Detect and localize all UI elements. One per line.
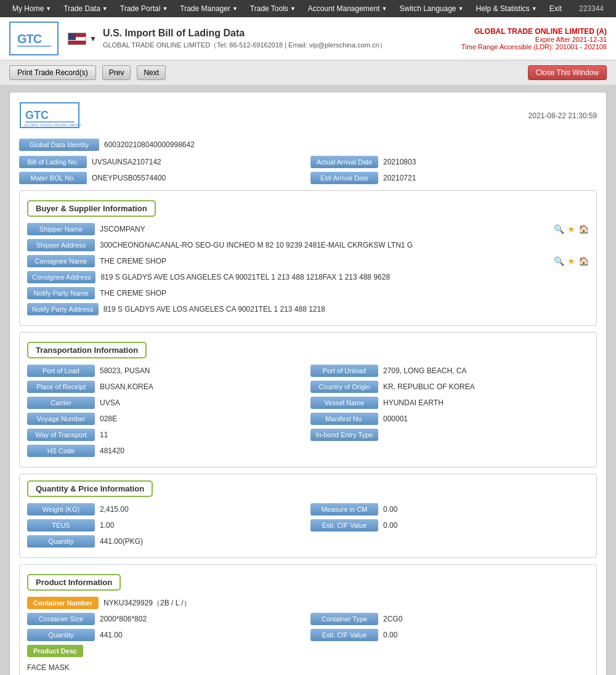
star-icon[interactable]: ★ — [567, 224, 575, 234]
star-icon[interactable]: ★ — [567, 256, 575, 266]
nav-trade-data[interactable]: Trade Data ▼ — [57, 0, 114, 17]
nav-trade-portal[interactable]: Trade Portal ▼ — [114, 0, 174, 17]
container-size-value: 2000*806*802 — [100, 615, 306, 623]
product-quantity-label: Quantity — [27, 629, 95, 641]
product-desc-label: Product Desc — [27, 645, 83, 657]
product-qty-cif-row: Quantity 441.00 Esti. CIF Value 0.00 — [27, 629, 589, 641]
esti-cif-value: 0.00 — [383, 521, 589, 530]
notify-party-name-row: Notify Party Name THE CREME SHOP — [27, 287, 589, 299]
bol-arrival-row: Bill of Lading No. UVSAUNSA2107142 Actua… — [19, 156, 597, 168]
chevron-icon: ▼ — [102, 0, 108, 17]
product-section: Product Information Container Number NYK… — [19, 564, 597, 675]
voyage-number-label: Voyage Number — [27, 413, 95, 425]
esti-cif-field: Esti. CIF Value 0.00 — [310, 519, 589, 532]
container-size-label: Container Size — [27, 613, 95, 625]
voyage-number-value: 028E — [100, 414, 306, 423]
chevron-icon: ▼ — [290, 0, 296, 17]
notify-party-address-row: Notify Party Address 819 S GLADYS AVE LO… — [27, 303, 589, 315]
nav-help-statistics[interactable]: Help & Statistics ▼ — [469, 0, 543, 17]
mater-bol-label: Mater BOL No. — [19, 172, 87, 184]
nav-switch-language[interactable]: Switch Language ▼ — [393, 0, 469, 17]
search-icon[interactable]: 🔍 — [554, 224, 564, 234]
port-of-load-value: 58023, PUSAN — [100, 366, 306, 375]
company-info-right: GLOBAL TRADE ONLINE LIMITED (A) Expire A… — [461, 27, 607, 51]
buyer-supplier-header: Buyer & Supplier Information — [27, 200, 156, 217]
record-card: GTC GLOBAL TRADE ONLINE LIMITED 2021-08-… — [9, 92, 607, 675]
shipper-name-value: JSCOMPANY — [100, 225, 549, 233]
nav-trade-manager[interactable]: Trade Manager ▼ — [174, 0, 244, 17]
product-quantity-value: 441.00 — [100, 631, 306, 639]
hs-code-label: HS Code — [27, 445, 95, 457]
vessel-name-value: HYUNDAI EARTH — [383, 398, 589, 407]
time-range: Time Range Accessible (LDR): 201001 - 20… — [461, 43, 607, 51]
main-content: GTC GLOBAL TRADE ONLINE LIMITED 2021-08-… — [0, 86, 616, 675]
carrier-value: UVSA — [100, 398, 306, 407]
global-data-identity-label: Global Data Identity — [19, 139, 99, 151]
nav-my-home[interactable]: My Home ▼ — [6, 0, 57, 17]
chevron-icon: ▼ — [382, 0, 387, 17]
quantity-row: Quantity 441.00(PKG) — [27, 535, 589, 548]
shipper-name-row: Shipper Name JSCOMPANY 🔍 ★ 🏠 — [27, 223, 589, 235]
place-of-receipt-value: BUSAN,KOREA — [100, 382, 306, 391]
shipper-icons: 🔍 ★ 🏠 — [554, 224, 589, 234]
port-of-unload-label: Port of Unload — [310, 365, 378, 377]
nav-trade-tools[interactable]: Trade Tools ▼ — [244, 0, 302, 17]
manifest-no-label: Manifest No. — [310, 413, 378, 425]
quantity-label: Quantity — [27, 535, 95, 548]
carrier-vessel-row: Carrier UVSA Vessel Name HYUNDAI EARTH — [27, 397, 589, 409]
close-button-top[interactable]: Close This Window — [528, 65, 607, 80]
mater-bol-value: ONEYPUSB05574400 — [92, 174, 306, 182]
quantity-value: 441.00(PKG) — [100, 537, 589, 546]
in-bond-entry-type-field: In-bond Entry Type — [310, 429, 589, 441]
record-timestamp: 2021-08-22 21:30:59 — [529, 111, 597, 120]
manifest-no-field: Manifest No. 000001 — [310, 413, 589, 425]
transportation-section: Transportation Information Port of Load … — [19, 332, 597, 467]
bol-no-value: UVSAUNSA2107142 — [92, 158, 306, 166]
port-load-unload-row: Port of Load 58023, PUSAN Port of Unload… — [27, 365, 589, 377]
nav-exit[interactable]: Exit — [543, 0, 568, 17]
expire-date: Expire After 2021-12-31 — [461, 36, 607, 43]
company-name: GLOBAL TRADE ONLINE LIMITED (A) — [461, 27, 607, 36]
global-data-identity-value: 6003202108040000998642 — [104, 140, 195, 149]
consignee-address-value: 819 S GLADYS AVE LOS ANGELES CA 90021TEL… — [100, 273, 589, 281]
next-button-top[interactable]: Next — [137, 65, 166, 80]
country-of-origin-value: KR, REPUBLIC OF KOREA — [383, 382, 589, 391]
company-subtitle: GLOBAL TRADE ONLINE LIMITED（Tel: 86-512-… — [103, 41, 461, 50]
receipt-origin-row: Place of Receipt BUSAN,KOREA Country of … — [27, 381, 589, 393]
weight-kg-label: Weight (KG) — [27, 503, 95, 515]
prev-button-top[interactable]: Prev — [102, 65, 131, 80]
home-icon[interactable]: 🏠 — [578, 256, 589, 266]
flag-area[interactable]: ▼ — [68, 33, 97, 45]
carrier-field: Carrier UVSA — [27, 397, 306, 409]
quantity-price-section: Quantity & Price Information Weight (KG)… — [19, 474, 597, 558]
chevron-icon: ▼ — [162, 0, 168, 17]
bol-no-label: Bill of Lading No. — [19, 156, 87, 168]
print-button-top[interactable]: Print Trade Record(s) — [9, 65, 96, 80]
container-number-label: Container Number — [27, 597, 99, 609]
search-icon[interactable]: 🔍 — [554, 256, 564, 266]
chevron-icon: ▼ — [232, 0, 238, 17]
actual-arrival-field: Actual Arrival Date 20210803 — [310, 156, 597, 168]
shipper-address-row: Shipper Address 300CHEONGNACANAL-RO SEO-… — [27, 239, 589, 251]
weight-kg-field: Weight (KG) 2,415.00 — [27, 503, 306, 515]
svg-text:GTC: GTC — [25, 109, 49, 121]
home-icon[interactable]: 🏠 — [578, 224, 589, 234]
nav-account-management[interactable]: Account Management ▼ — [302, 0, 394, 17]
place-of-receipt-field: Place of Receipt BUSAN,KOREA — [27, 381, 306, 393]
manifest-no-value: 000001 — [383, 414, 589, 423]
container-size-field: Container Size 2000*806*802 — [27, 613, 306, 625]
product-desc-row: Product Desc — [27, 645, 589, 657]
product-esti-cif-field: Esti. CIF Value 0.00 — [310, 629, 589, 641]
notify-party-name-label: Notify Party Name — [27, 287, 95, 299]
esti-arrival-label: Esti Arrival Date — [310, 172, 378, 184]
consignee-name-value: THE CREME SHOP — [100, 257, 549, 265]
esti-arrival-field: Esti Arrival Date 20210721 — [310, 172, 597, 184]
teus-value: 1.00 — [100, 521, 306, 530]
buyer-supplier-section: Buyer & Supplier Information Shipper Nam… — [19, 190, 597, 326]
page-title: U.S. Import Bill of Lading Data — [103, 28, 461, 39]
top-navigation: My Home ▼ Trade Data ▼ Trade Portal ▼ Tr… — [0, 0, 616, 17]
company-logo: GTC — [9, 22, 59, 55]
notify-party-name-value: THE CREME SHOP — [100, 289, 589, 297]
port-of-load-field: Port of Load 58023, PUSAN — [27, 365, 306, 377]
container-number-value: NYKU3429929（2B / L /） — [103, 598, 589, 608]
